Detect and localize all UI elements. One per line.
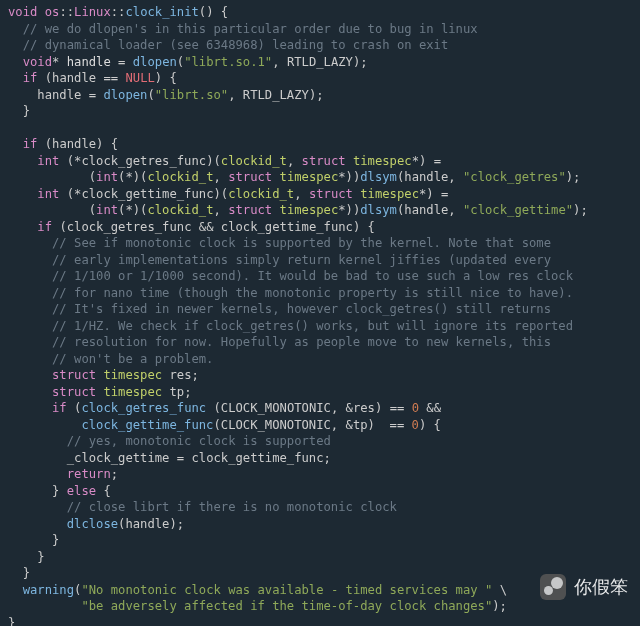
- var: clock_gettime_func: [221, 220, 353, 234]
- type: timespec: [360, 187, 419, 201]
- type: timespec: [103, 368, 162, 382]
- fn: clock_gettime_func: [81, 418, 213, 432]
- arg: &tp: [346, 418, 368, 432]
- kw: if: [23, 71, 38, 85]
- var: handle: [404, 203, 448, 217]
- fn: dlsym: [360, 203, 397, 217]
- kw: return: [67, 467, 111, 481]
- kw: int: [96, 203, 118, 217]
- fn: dlsym: [360, 170, 397, 184]
- brace: }: [37, 550, 44, 564]
- kw: if: [52, 401, 67, 415]
- brace: }: [52, 484, 59, 498]
- var: handle: [37, 88, 81, 102]
- null: NULL: [125, 71, 154, 85]
- code-block: void os::Linux::clock_init() { // we do …: [0, 0, 640, 626]
- var: handle: [404, 170, 448, 184]
- type: timespec: [280, 170, 339, 184]
- var: res: [169, 368, 191, 382]
- comment: // 1/HZ. We check if clock_getres() work…: [52, 319, 573, 333]
- watermark: 你假笨: [540, 574, 628, 600]
- num: 0: [412, 401, 419, 415]
- arg: &res: [346, 401, 375, 415]
- kw: else: [67, 484, 96, 498]
- comment: // See if monotonic clock is supported b…: [52, 236, 551, 250]
- var: clock_getres_func: [81, 154, 206, 168]
- str: "clock_getres": [463, 170, 566, 184]
- var: clock_gettime_func: [191, 451, 323, 465]
- brace: }: [8, 616, 15, 627]
- kw: struct: [52, 368, 96, 382]
- wechat-icon: [540, 574, 566, 600]
- kw: int: [37, 187, 59, 201]
- str: "No monotonic clock was available - time…: [81, 583, 492, 597]
- comment: // early implementations simply return k…: [52, 253, 551, 267]
- num: 0: [412, 418, 419, 432]
- type: clockid_t: [228, 187, 294, 201]
- kw: int: [37, 154, 59, 168]
- comment: // won't be a problem.: [52, 352, 213, 366]
- class: Linux: [74, 5, 111, 19]
- kw: int: [96, 170, 118, 184]
- type: timespec: [103, 385, 162, 399]
- kw: struct: [228, 170, 272, 184]
- type: timespec: [280, 203, 339, 217]
- str: "librt.so": [155, 88, 228, 102]
- var: clock_gettime_func: [81, 187, 213, 201]
- brace: }: [52, 533, 59, 547]
- brace: }: [23, 566, 30, 580]
- kw: struct: [302, 154, 346, 168]
- var: _clock_gettime: [67, 451, 170, 465]
- fn: dlopen: [133, 55, 177, 69]
- var: handle: [125, 517, 169, 531]
- brace: }: [23, 104, 30, 118]
- arg: RTLD_LAZY: [243, 88, 309, 102]
- comment: // yes, monotonic clock is supported: [67, 434, 331, 448]
- comment: // close librt if there is no monotonic …: [67, 500, 397, 514]
- str: "be adversely affected if the time-of-da…: [81, 599, 492, 613]
- type: clockid_t: [147, 203, 213, 217]
- op: &&: [426, 401, 441, 415]
- const: CLOCK_MONOTONIC: [221, 418, 331, 432]
- str: "clock_gettime": [463, 203, 573, 217]
- var: handle: [52, 71, 96, 85]
- fn: dlopen: [103, 88, 147, 102]
- var: handle: [67, 55, 111, 69]
- ns: os: [45, 5, 60, 19]
- kw: void: [23, 55, 52, 69]
- var: tp: [169, 385, 184, 399]
- kw: if: [37, 220, 52, 234]
- type: clockid_t: [147, 170, 213, 184]
- fn-name: clock_init: [125, 5, 198, 19]
- kw: struct: [228, 203, 272, 217]
- comment: // 1/100 or 1/1000 second). It would be …: [52, 269, 573, 283]
- type: timespec: [353, 154, 412, 168]
- comment: // for nano time (though the monotonic p…: [52, 286, 573, 300]
- comment: // It's fixed in newer kernels, however …: [52, 302, 551, 316]
- fn: dlclose: [67, 517, 118, 531]
- kw-void: void: [8, 5, 37, 19]
- fn: warning: [23, 583, 74, 597]
- type: clockid_t: [221, 154, 287, 168]
- comment: // dynamical loader (see 6348968) leadin…: [23, 38, 449, 52]
- kw: struct: [309, 187, 353, 201]
- kw: struct: [52, 385, 96, 399]
- fn: clock_getres_func: [81, 401, 206, 415]
- kw: if: [23, 137, 38, 151]
- arg: RTLD_LAZY: [287, 55, 353, 69]
- comment: // we do dlopen's in this particular ord…: [23, 22, 478, 36]
- const: CLOCK_MONOTONIC: [221, 401, 331, 415]
- var: clock_getres_func: [67, 220, 192, 234]
- watermark-text: 你假笨: [574, 579, 628, 596]
- comment: // resolution for now. Hopefully as peop…: [52, 335, 551, 349]
- var: handle: [52, 137, 96, 151]
- op: \: [500, 583, 507, 597]
- str: "librt.so.1": [184, 55, 272, 69]
